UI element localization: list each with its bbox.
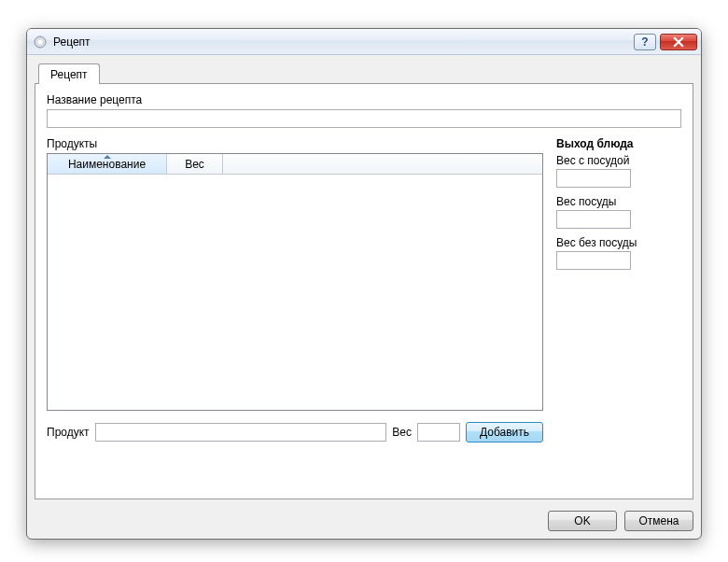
weight-input[interactable] bbox=[417, 423, 460, 442]
table-header: Наименование Вес bbox=[48, 154, 542, 175]
products-label: Продукты bbox=[47, 137, 543, 150]
weight-with-dish-input[interactable] bbox=[556, 169, 631, 188]
tab-panel: Название рецепта Продукты Наименование В… bbox=[35, 83, 693, 499]
tab-label: Рецепт bbox=[50, 68, 88, 81]
products-table[interactable]: Наименование Вес bbox=[47, 153, 543, 411]
app-icon bbox=[33, 35, 48, 49]
help-button[interactable]: ? bbox=[634, 34, 656, 50]
dish-weight-label: Вес посуды bbox=[556, 195, 681, 208]
product-input[interactable] bbox=[95, 423, 387, 442]
weight-with-dish-label: Вес с посудой bbox=[556, 154, 681, 167]
cancel-button[interactable]: Отмена bbox=[624, 511, 693, 531]
column-weight[interactable]: Вес bbox=[167, 154, 223, 174]
dialog-window: Рецепт ? Рецепт Название рецепта Продукт… bbox=[26, 28, 702, 540]
titlebar[interactable]: Рецепт ? bbox=[27, 29, 701, 55]
weight-without-dish-label: Вес без посуды bbox=[556, 236, 681, 249]
output-heading: Выход блюда bbox=[556, 137, 681, 150]
weight-without-dish-input[interactable] bbox=[556, 251, 631, 270]
close-icon bbox=[673, 36, 684, 48]
close-button[interactable] bbox=[660, 34, 697, 50]
ok-button[interactable]: OK bbox=[548, 511, 617, 531]
tab-strip: Рецепт bbox=[35, 61, 693, 83]
dish-weight-input[interactable] bbox=[556, 210, 631, 229]
product-field-label: Продукт bbox=[47, 426, 90, 439]
add-button[interactable]: Добавить bbox=[466, 422, 543, 443]
column-filler bbox=[223, 154, 542, 174]
window-title: Рецепт bbox=[53, 35, 91, 49]
recipe-name-input[interactable] bbox=[47, 109, 681, 128]
column-name[interactable]: Наименование bbox=[48, 154, 167, 174]
svg-point-1 bbox=[38, 39, 43, 44]
tab-recipe[interactable]: Рецепт bbox=[38, 63, 100, 84]
weight-field-label: Вес bbox=[392, 426, 412, 439]
recipe-name-label: Название рецепта bbox=[47, 93, 681, 106]
